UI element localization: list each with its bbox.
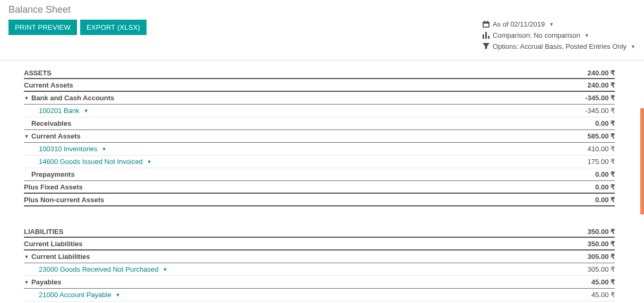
- row-label: LIABILITIES: [24, 228, 63, 236]
- comparison-label: Comparison: No comparison: [493, 31, 580, 39]
- comparison-selector[interactable]: Comparison: No comparison ▼: [483, 31, 636, 39]
- row-amount: 240.00 ₹: [588, 81, 615, 89]
- row-amount: 0.00 ₹: [595, 170, 615, 178]
- bank-cash-row[interactable]: ▼Bank and Cash Accounts -345.00 ₹: [24, 92, 615, 105]
- receivables-row[interactable]: Receivables 0.00 ₹: [24, 117, 615, 130]
- filter-icon: [483, 43, 490, 50]
- row-label: Current Assets: [31, 132, 81, 140]
- row-amount: 585.00 ₹: [588, 132, 615, 140]
- account-link[interactable]: 14600 Goods Issued Not Invoiced: [39, 158, 143, 166]
- row-amount: 305.00 ₹: [588, 253, 615, 261]
- current-liabilities-sub-row[interactable]: ▼Current Liabilities 305.00 ₹: [24, 250, 615, 263]
- account-link[interactable]: 23000 Goods Received Not Purchased: [39, 265, 158, 273]
- chevron-down-icon: ▼: [549, 22, 554, 27]
- account-row[interactable]: 14600 Goods Issued Not Invoiced▼ 175.00 …: [24, 155, 615, 168]
- account-link[interactable]: 21000 Account Payable: [39, 291, 111, 299]
- row-amount: 45.00 ₹: [591, 278, 615, 286]
- row-label: Current Assets: [24, 81, 73, 89]
- row-amount: 305.00 ₹: [588, 265, 615, 273]
- row-amount: 45.00 ₹: [591, 291, 615, 299]
- chevron-down-icon[interactable]: ▼: [84, 108, 89, 114]
- bar-chart-icon: [483, 32, 490, 39]
- chevron-down-icon[interactable]: ▼: [24, 134, 29, 139]
- report-body: ASSETS 240.00 ₹ Current Assets 240.00 ₹ …: [0, 60, 644, 303]
- chevron-down-icon[interactable]: ▼: [24, 280, 29, 285]
- current-assets-top-row: Current Assets 240.00 ₹: [24, 79, 615, 92]
- page-title: Balance Sheet: [8, 4, 147, 15]
- row-amount: 0.00 ₹: [595, 196, 615, 204]
- plus-fixed-assets-row: Plus Fixed Assets 0.00 ₹: [24, 181, 615, 194]
- account-row[interactable]: 23000 Goods Received Not Purchased▼ 305.…: [24, 263, 615, 276]
- account-link[interactable]: 100201 Bank: [39, 107, 80, 115]
- liabilities-header-row: LIABILITIES 350.00 ₹: [24, 219, 615, 238]
- assets-header-row: ASSETS 240.00 ₹: [24, 60, 615, 79]
- scrollbar-indicator[interactable]: [640, 108, 644, 214]
- chevron-down-icon[interactable]: ▼: [162, 267, 167, 272]
- row-amount: 0.00 ₹: [595, 183, 615, 191]
- account-link[interactable]: 100310 Inventories: [39, 145, 98, 153]
- row-label: Payables: [31, 278, 61, 286]
- current-assets-sub-row[interactable]: ▼Current Assets 585.00 ₹: [24, 130, 615, 143]
- chevron-down-icon: ▼: [585, 33, 589, 38]
- report-header: Balance Sheet PRINT PREVIEW EXPORT (XLSX…: [0, 0, 644, 60]
- options-label: Options: Accrual Basis, Posted Entries O…: [493, 42, 626, 50]
- chevron-down-icon: ▼: [631, 44, 636, 49]
- row-label: Receivables: [24, 119, 71, 127]
- account-row[interactable]: 100310 Inventories▼ 410.00 ₹: [24, 143, 615, 155]
- calendar-icon: [483, 21, 490, 28]
- account-row[interactable]: 21000 Account Payable▼ 45.00 ₹: [24, 289, 615, 301]
- row-amount: 0.00 ₹: [595, 119, 615, 127]
- asof-date-selector[interactable]: As of 02/11/2019 ▼: [483, 20, 636, 28]
- row-amount: 350.00 ₹: [588, 240, 615, 248]
- chevron-down-icon[interactable]: ▼: [116, 292, 121, 298]
- row-label: Bank and Cash Accounts: [31, 94, 114, 102]
- row-label: ASSETS: [24, 69, 51, 77]
- export-xlsx-button[interactable]: EXPORT (XLSX): [80, 20, 147, 35]
- options-selector[interactable]: Options: Accrual Basis, Posted Entries O…: [483, 42, 636, 50]
- print-preview-button[interactable]: PRINT PREVIEW: [8, 20, 77, 35]
- chevron-down-icon[interactable]: ▼: [147, 159, 152, 165]
- row-label: Plus Fixed Assets: [24, 183, 83, 191]
- row-label: Current Liabilities: [31, 253, 90, 261]
- account-row[interactable]: 100201 Bank▼ -345.00 ₹: [24, 105, 615, 117]
- chevron-down-icon[interactable]: ▼: [102, 146, 107, 152]
- row-amount: 175.00 ₹: [588, 158, 615, 166]
- payables-row[interactable]: ▼Payables 45.00 ₹: [24, 276, 615, 289]
- chevron-down-icon[interactable]: ▼: [24, 254, 29, 259]
- chevron-down-icon[interactable]: ▼: [24, 96, 29, 101]
- plus-noncurrent-assets-row: Plus Non-current Assets 0.00 ₹: [24, 194, 615, 206]
- row-amount: 240.00 ₹: [588, 69, 615, 77]
- row-label: Plus Non-current Assets: [24, 196, 104, 204]
- row-label: Prepayments: [24, 170, 75, 178]
- row-amount: -345.00 ₹: [585, 107, 615, 115]
- row-label: Current Liabilities: [24, 240, 83, 248]
- row-amount: 350.00 ₹: [588, 228, 615, 236]
- prepayments-row[interactable]: Prepayments 0.00 ₹: [24, 168, 615, 181]
- row-amount: -345.00 ₹: [585, 94, 615, 102]
- asof-label: As of 02/11/2019: [493, 20, 545, 28]
- current-liabilities-top-row: Current Liabilities 350.00 ₹: [24, 238, 615, 250]
- row-amount: 410.00 ₹: [588, 145, 615, 153]
